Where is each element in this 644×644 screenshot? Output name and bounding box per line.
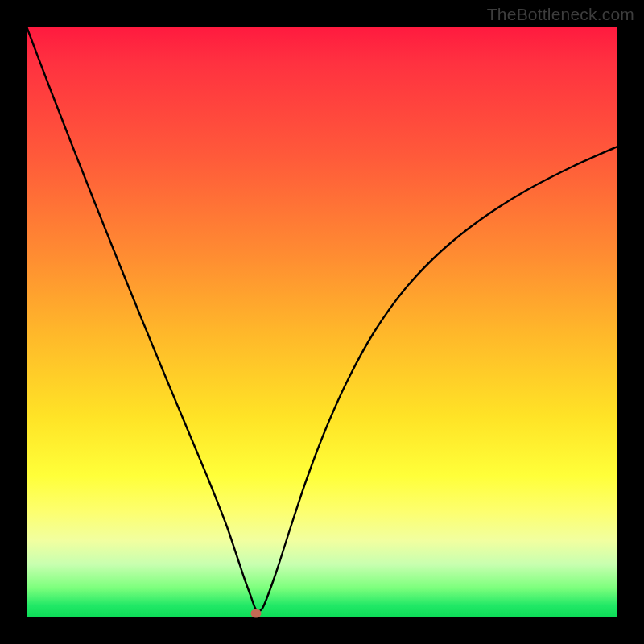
- chart-frame: TheBottleneck.com: [0, 0, 644, 644]
- optimal-point-marker: [251, 609, 262, 618]
- watermark-text: TheBottleneck.com: [487, 5, 634, 24]
- plot-area: [27, 27, 617, 617]
- bottleneck-curve: [27, 27, 617, 617]
